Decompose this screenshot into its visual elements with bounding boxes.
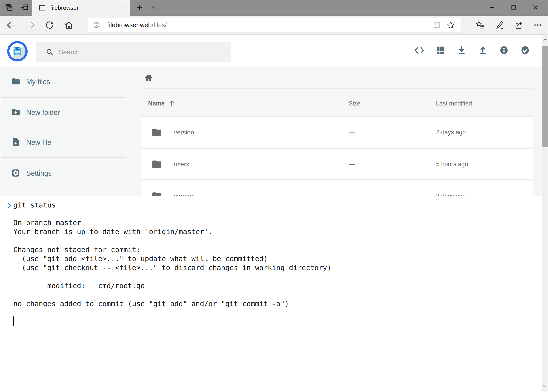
share-button[interactable]	[513, 20, 524, 31]
floppy-disk-icon	[12, 45, 23, 56]
folder-icon	[11, 77, 20, 87]
browser-tab[interactable]: filebrowser	[32, 0, 130, 16]
file-row-version[interactable]: version — 2 days ago	[141, 116, 533, 148]
tab-favicon-page-icon	[39, 4, 46, 12]
file-name: version	[174, 117, 194, 148]
chevron-down-icon	[542, 383, 548, 389]
sidebar-item-settings[interactable]: Settings	[0, 163, 129, 184]
tab-close-button[interactable]	[118, 4, 126, 12]
tab-preview-icon	[5, 3, 13, 12]
file-size: —	[349, 148, 355, 180]
minimize-icon	[489, 4, 495, 11]
filebrowser-header	[0, 35, 548, 67]
set-tabs-aside-button[interactable]	[18, 2, 30, 13]
sidebar-item-label: New folder	[26, 108, 60, 117]
home-icon	[64, 20, 74, 30]
tab-list-dropdown-button[interactable]	[148, 2, 160, 13]
gear-icon	[11, 168, 20, 178]
column-header-modified[interactable]: Last modified	[436, 99, 472, 108]
new-tab-button[interactable]	[134, 2, 145, 13]
file-modified: 5 hours ago	[436, 148, 468, 180]
refresh-icon	[45, 20, 54, 30]
home-icon	[144, 73, 153, 84]
plus-icon	[136, 4, 143, 12]
raw-code-button[interactable]	[412, 44, 427, 58]
url-text[interactable]: filebrowser.web/files/	[107, 21, 167, 29]
site-info-icon[interactable]	[93, 21, 100, 28]
terminal-cursor	[13, 316, 14, 326]
breadcrumb-home-button[interactable]	[143, 73, 154, 84]
window-controls	[481, 0, 547, 16]
close-icon	[532, 4, 539, 12]
browser-window: filebrowser	[0, 0, 548, 392]
file-size: —	[349, 117, 355, 148]
url-host: filebrowser.web	[107, 21, 152, 28]
tab-preview-button[interactable]	[3, 2, 15, 13]
url-divider	[103, 21, 103, 29]
code-icon	[414, 45, 424, 56]
address-bar[interactable]: filebrowser.web/files/	[88, 18, 461, 33]
favorite-star-icon[interactable]	[446, 21, 455, 29]
refresh-button[interactable]	[44, 20, 55, 31]
close-window-button[interactable]	[525, 0, 547, 16]
sidebar-divider	[1, 157, 126, 158]
download-icon	[457, 45, 467, 56]
ellipsis-icon	[533, 21, 542, 30]
terminal-command-line: git status	[13, 201, 56, 210]
reading-view-icon[interactable]	[433, 21, 441, 29]
browser-toolbar: filebrowser.web/files/	[0, 16, 548, 35]
select-toggle-button[interactable]	[518, 44, 533, 58]
share-icon	[514, 21, 523, 30]
folder-icon	[151, 159, 162, 170]
hub-star-list-icon	[476, 21, 485, 30]
sidebar-item-my-files[interactable]: My files	[0, 71, 129, 93]
sidebar-item-new-folder[interactable]: New folder	[0, 102, 129, 123]
forward-button[interactable]	[25, 20, 36, 31]
minimize-button[interactable]	[481, 0, 503, 16]
file-name: users	[174, 148, 189, 180]
scroll-down-button[interactable]	[542, 381, 548, 392]
folder-icon	[151, 127, 162, 139]
upload-button[interactable]	[475, 44, 490, 58]
sidebar-divider	[1, 97, 126, 98]
terminal-command: git status	[13, 201, 56, 210]
search-input[interactable]	[58, 48, 225, 56]
home-button[interactable]	[63, 20, 74, 31]
download-button[interactable]	[454, 44, 469, 58]
upload-icon	[478, 45, 488, 56]
search-icon	[46, 48, 54, 56]
sidebar-item-label: My files	[26, 78, 50, 86]
tab-title: filebrowser	[50, 5, 79, 11]
column-header-name[interactable]: Name	[148, 99, 176, 108]
scroll-up-button[interactable]	[542, 35, 548, 46]
close-icon	[119, 5, 125, 11]
page-scrollbar[interactable]	[542, 35, 548, 392]
terminal-panel[interactable]: git status On branch master Your branch …	[0, 196, 548, 392]
sidebar-item-new-file[interactable]: New file	[0, 132, 129, 153]
terminal-output: On branch master Your branch is up to da…	[13, 218, 331, 308]
web-note-button[interactable]	[494, 20, 505, 31]
tab-bar: filebrowser	[0, 0, 548, 16]
check-circle-icon	[520, 45, 530, 56]
sort-ascending-icon	[168, 99, 176, 108]
info-circle-icon	[499, 45, 509, 56]
back-button[interactable]	[6, 20, 16, 31]
grid-view-icon	[436, 46, 445, 56]
grid-view-button[interactable]	[433, 44, 448, 58]
file-row-users[interactable]: users — 5 hours ago	[141, 148, 533, 180]
search-box[interactable]	[36, 42, 231, 62]
file-modified: 2 days ago	[436, 117, 466, 148]
sidebar-item-label: New file	[26, 138, 51, 147]
folder-plus-icon	[11, 108, 20, 117]
more-options-button[interactable]	[532, 20, 543, 31]
column-header-size[interactable]: Size	[349, 99, 360, 108]
forward-arrow-icon	[26, 20, 35, 30]
maximize-icon	[510, 4, 517, 11]
scrollbar-thumb[interactable]	[542, 46, 548, 147]
set-tabs-aside-icon	[20, 3, 28, 12]
info-button[interactable]	[497, 44, 511, 58]
prompt-chevron-icon	[6, 202, 13, 210]
filebrowser-logo[interactable]	[7, 41, 28, 62]
hub-favorites-button[interactable]	[475, 20, 486, 31]
maximize-button[interactable]	[503, 0, 525, 16]
